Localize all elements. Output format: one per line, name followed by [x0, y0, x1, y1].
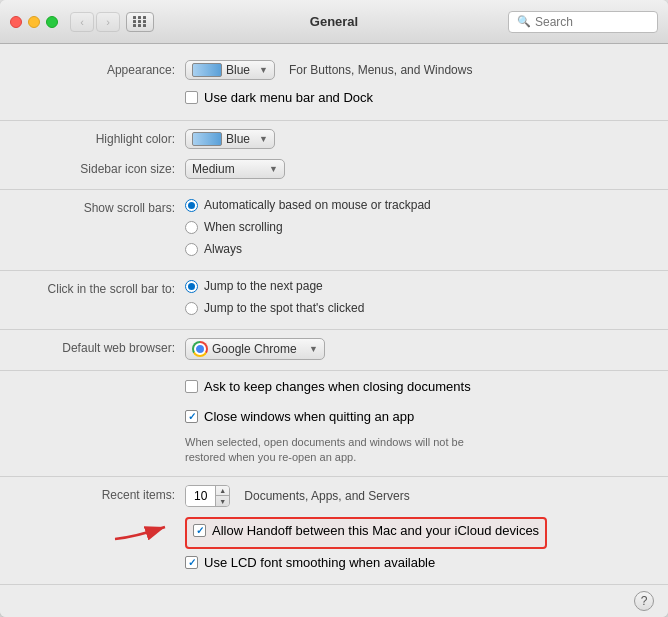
scroll-radio-always: Always [185, 242, 648, 256]
close-windows-text: Close windows when quitting an app [204, 409, 414, 424]
click-scroll-radio-next-label: Jump to the next page [204, 279, 323, 293]
recent-items-stepper[interactable]: 10 ▲ ▼ [185, 485, 230, 507]
scroll-radio-scrolling-label: When scrolling [204, 220, 283, 234]
appearance-description: For Buttons, Menus, and Windows [289, 63, 472, 77]
click-scroll-content: Jump to the next page Jump to the spot t… [185, 279, 648, 319]
help-button[interactable]: ? [634, 591, 654, 611]
scroll-radio-always-btn[interactable] [185, 243, 198, 256]
sidebar-icon-dropdown[interactable]: Medium ▼ [185, 159, 285, 179]
browser-dropdown-arrow: ▼ [309, 344, 318, 354]
window-title: General [310, 14, 358, 29]
close-button[interactable] [10, 16, 22, 28]
highlight-color-dropdown[interactable]: Blue ▼ [185, 129, 275, 149]
handoff-highlight-box: Allow Handoff between this Mac and your … [185, 517, 547, 549]
click-scroll-radio-next-btn[interactable] [185, 280, 198, 293]
title-bar: ‹ › General 🔍 [0, 0, 668, 44]
scroll-radio-always-label: Always [204, 242, 242, 256]
lcd-font-label-empty [40, 555, 185, 558]
forward-button[interactable]: › [96, 12, 120, 32]
scroll-radio-scrolling: When scrolling [185, 220, 648, 234]
lcd-font-text: Use LCD font smoothing when available [204, 555, 435, 570]
recent-items-content: 10 ▲ ▼ Documents, Apps, and Servers [185, 485, 648, 507]
handoff-checkbox-row: Allow Handoff between this Mac and your … [193, 523, 539, 538]
dark-menu-text: Use dark menu bar and Dock [204, 90, 373, 105]
handoff-content: Allow Handoff between this Mac and your … [185, 517, 648, 549]
back-button[interactable]: ‹ [70, 12, 94, 32]
appearance-row: Appearance: Blue ▼ For Buttons, Menus, a… [40, 60, 648, 80]
show-all-button[interactable] [126, 12, 154, 32]
sidebar-icon-row: Sidebar icon size: Medium ▼ [40, 159, 648, 179]
sidebar-icon-value: Medium [192, 162, 265, 176]
stepper-down[interactable]: ▼ [216, 496, 229, 506]
scroll-radio-scrolling-btn[interactable] [185, 221, 198, 234]
ask-keep-text: Ask to keep changes when closing documen… [204, 379, 471, 394]
appearance-dropdown-arrow: ▼ [259, 65, 268, 75]
close-windows-label-empty [40, 409, 185, 412]
default-browser-content: Google Chrome ▼ [185, 338, 648, 360]
sidebar-icon-label: Sidebar icon size: [40, 159, 185, 176]
search-box[interactable]: 🔍 [508, 11, 658, 33]
dark-menu-row: Use dark menu bar and Dock [40, 90, 648, 110]
lcd-font-row: Use LCD font smoothing when available [40, 555, 648, 575]
ask-keep-checkbox-row: Ask to keep changes when closing documen… [185, 379, 648, 394]
traffic-lights [10, 16, 58, 28]
handoff-checkbox[interactable] [193, 524, 206, 537]
scroll-bars-label: Show scroll bars: [40, 198, 185, 215]
click-scroll-row: Click in the scroll bar to: Jump to the … [40, 279, 648, 319]
dark-menu-checkbox[interactable] [185, 91, 198, 104]
lcd-font-checkbox[interactable] [185, 556, 198, 569]
dark-menu-label-empty [40, 90, 185, 93]
lcd-font-checkbox-row: Use LCD font smoothing when available [185, 555, 648, 570]
highlight-color-row: Highlight color: Blue ▼ [40, 129, 648, 149]
dark-menu-content: Use dark menu bar and Dock [185, 90, 648, 110]
close-windows-checkbox[interactable] [185, 410, 198, 423]
appearance-content: Blue ▼ For Buttons, Menus, and Windows [185, 60, 648, 80]
divider-5 [0, 370, 668, 371]
ask-keep-row: Ask to keep changes when closing documen… [40, 379, 648, 399]
scroll-radio-auto: Automatically based on mouse or trackpad [185, 198, 648, 212]
scroll-radio-auto-btn[interactable] [185, 199, 198, 212]
click-scroll-radio-spot-btn[interactable] [185, 302, 198, 315]
recent-items-row: Recent items: 10 ▲ ▼ Documents, Apps, an… [40, 485, 648, 507]
recent-items-value: 10 [186, 486, 216, 506]
handoff-text: Allow Handoff between this Mac and your … [212, 523, 539, 538]
maximize-button[interactable] [46, 16, 58, 28]
sidebar-icon-arrow: ▼ [269, 164, 278, 174]
close-windows-checkbox-row: Close windows when quitting an app [185, 409, 648, 424]
settings-content: Appearance: Blue ▼ For Buttons, Menus, a… [0, 44, 668, 584]
scroll-bars-row: Show scroll bars: Automatically based on… [40, 198, 648, 260]
recent-items-label: Recent items: [40, 485, 185, 502]
system-preferences-window: ‹ › General 🔍 Appearance: Blue ▼ [0, 0, 668, 617]
lcd-font-content: Use LCD font smoothing when available [185, 555, 648, 575]
default-browser-dropdown[interactable]: Google Chrome ▼ [185, 338, 325, 360]
default-browser-label: Default web browser: [40, 338, 185, 355]
nav-buttons: ‹ › [70, 12, 120, 32]
search-icon: 🔍 [517, 15, 531, 28]
click-scroll-radio-spot-label: Jump to the spot that's clicked [204, 301, 364, 315]
sidebar-icon-content: Medium ▼ [185, 159, 648, 179]
divider-3 [0, 270, 668, 271]
red-arrow [105, 509, 180, 549]
highlight-dropdown-arrow: ▼ [259, 134, 268, 144]
stepper-arrows: ▲ ▼ [216, 486, 229, 506]
stepper-up[interactable]: ▲ [216, 486, 229, 497]
bottom-bar: ? [0, 584, 668, 617]
divider-1 [0, 120, 668, 121]
ask-keep-content: Ask to keep changes when closing documen… [185, 379, 648, 399]
divider-2 [0, 189, 668, 190]
highlight-color-label: Highlight color: [40, 129, 185, 146]
click-scroll-radio-spot: Jump to the spot that's clicked [185, 301, 648, 315]
appearance-dropdown[interactable]: Blue ▼ [185, 60, 275, 80]
ask-keep-label-empty [40, 379, 185, 382]
handoff-row: Allow Handoff between this Mac and your … [40, 517, 648, 549]
default-browser-value: Google Chrome [212, 342, 305, 356]
ask-keep-checkbox[interactable] [185, 380, 198, 393]
search-input[interactable] [535, 15, 649, 29]
close-windows-content: Close windows when quitting an app When … [185, 409, 648, 466]
grid-icon [133, 16, 147, 27]
default-browser-row: Default web browser: Google Chrome ▼ [40, 338, 648, 360]
scroll-bars-content: Automatically based on mouse or trackpad… [185, 198, 648, 260]
divider-6 [0, 476, 668, 477]
appearance-label: Appearance: [40, 60, 185, 77]
minimize-button[interactable] [28, 16, 40, 28]
